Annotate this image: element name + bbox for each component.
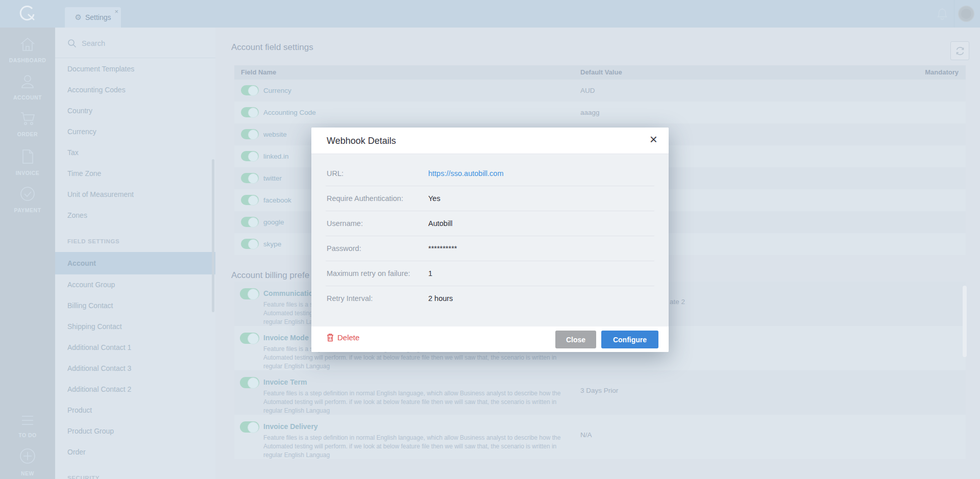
configure-button[interactable]: Configure xyxy=(601,331,658,348)
col-mandatory: Mandatory xyxy=(925,65,959,80)
row-label: Maximum retry on failure: xyxy=(327,269,410,278)
sidebar-item-account-group[interactable]: Account Group xyxy=(55,274,215,295)
search-icon xyxy=(67,39,77,48)
table-row: CurrencyAUD xyxy=(234,80,966,102)
field-value: aaagg xyxy=(580,102,600,123)
row-value: 2 hours xyxy=(428,294,453,302)
billing-value: ate 2 xyxy=(670,298,685,306)
check-circle-icon xyxy=(19,186,36,202)
billing-label: Communication xyxy=(263,289,317,297)
user-avatar[interactable] xyxy=(958,6,974,22)
bell-icon[interactable] xyxy=(936,8,948,21)
topbar-divider xyxy=(954,0,954,28)
toggle-invoice-delivery[interactable] xyxy=(240,421,259,433)
close-button[interactable]: Close xyxy=(555,331,596,348)
nav-account[interactable]: ACCOUNT xyxy=(0,74,55,100)
sidebar-item-order[interactable]: Order xyxy=(55,442,215,463)
sidebar-item-list: Document Templates Accounting Codes Coun… xyxy=(55,59,215,479)
toggle-google[interactable] xyxy=(241,217,259,227)
row-value: Autobill xyxy=(428,219,453,228)
sidebar-item-additional-contact-1[interactable]: Additional Contact 1 xyxy=(55,337,215,358)
row-value: 1 xyxy=(428,269,432,278)
row-label: URL: xyxy=(327,169,344,178)
app-logo-icon xyxy=(18,5,37,23)
toggle-facebook[interactable] xyxy=(241,195,259,205)
field-name: twitter xyxy=(263,167,282,189)
sidebar-item-country[interactable]: Country xyxy=(55,100,215,121)
tab-settings[interactable]: ⚙ Settings × xyxy=(65,7,121,28)
modal-row-retry-interval: Retry Interval: 2 hours xyxy=(326,286,654,311)
row-value: Yes xyxy=(428,194,440,203)
toggle-skype[interactable] xyxy=(241,239,259,249)
sidebar-item-product[interactable]: Product xyxy=(55,400,215,421)
sidebar-item-shipping-contact[interactable]: Shipping Contact xyxy=(55,316,215,337)
webhook-url-link[interactable]: https://sso.autobill.com xyxy=(428,169,504,178)
toggle-accounting-code[interactable] xyxy=(241,107,259,117)
billing-label: Invoice Mode xyxy=(263,334,309,342)
toggle-website[interactable] xyxy=(241,129,259,139)
nav-order[interactable]: ORDER xyxy=(0,111,55,137)
search-input[interactable] xyxy=(82,36,199,51)
close-icon[interactable]: × xyxy=(650,133,657,146)
sidebar-item-product-group[interactable]: Product Group xyxy=(55,421,215,442)
nav-new[interactable]: NEW xyxy=(0,447,55,476)
nav-dashboard-label: DASHBOARD xyxy=(0,57,55,63)
nav-dashboard[interactable]: DASHBOARD xyxy=(0,37,55,63)
nav-todo[interactable]: TO DO xyxy=(0,414,55,438)
tab-close-icon[interactable]: × xyxy=(114,8,118,15)
top-bar: ⚙ Settings × xyxy=(0,0,980,28)
sidebar-item-billing-contact[interactable]: Billing Contact xyxy=(55,295,215,316)
settings-sidebar: Document Templates Accounting Codes Coun… xyxy=(55,28,215,479)
field-name: website xyxy=(263,123,287,145)
modal-title: Webhook Details xyxy=(327,136,396,146)
col-field-name: Field Name xyxy=(241,65,276,80)
toggle-currency[interactable] xyxy=(241,85,259,95)
modal-footer: Delete Close Configure xyxy=(311,326,669,352)
field-name: google xyxy=(263,211,284,233)
sidebar-item-currency[interactable]: Currency xyxy=(55,121,215,142)
refresh-button[interactable] xyxy=(950,41,969,60)
row-label: Password: xyxy=(327,244,361,253)
trash-icon xyxy=(327,333,334,342)
nav-invoice[interactable]: INVOICE xyxy=(0,148,55,176)
row-label: Username: xyxy=(327,219,363,228)
toggle-invoice-mode[interactable] xyxy=(240,333,259,344)
toggle-communication[interactable] xyxy=(240,288,259,299)
menu-icon xyxy=(19,414,36,427)
sidebar-search xyxy=(55,35,215,58)
sidebar-item-accounting-codes[interactable]: Accounting Codes xyxy=(55,80,215,100)
plus-circle-icon xyxy=(18,447,37,465)
sidebar-item-unit-of-measurement[interactable]: Unit of Measurement xyxy=(55,184,215,205)
sidebar-item-account[interactable]: Account xyxy=(55,252,215,274)
field-name: Accounting Code xyxy=(263,102,316,123)
sidebar-item-zones[interactable]: Zones xyxy=(55,205,215,226)
home-icon xyxy=(19,37,36,52)
row-label: Retry Interval: xyxy=(327,294,373,302)
refresh-icon xyxy=(954,45,966,57)
billing-row: Invoice Delivery Feature files is a step… xyxy=(234,415,966,459)
modal-row-url: URL: https://sso.autobill.com xyxy=(326,161,654,186)
toggle-linkedin[interactable] xyxy=(241,151,259,161)
modal-body: URL: https://sso.autobill.com Require Au… xyxy=(311,155,669,326)
sidebar-item-tax[interactable]: Tax xyxy=(55,142,215,163)
delete-button[interactable]: Delete xyxy=(327,333,359,342)
page-title: Account field settings xyxy=(231,42,313,53)
sidebar-scrollbar[interactable] xyxy=(212,159,214,312)
table-header-row: Field Name Default Value Mandatory xyxy=(234,65,966,80)
billing-value: 3 Days Prior xyxy=(580,387,618,394)
tab-settings-label: Settings xyxy=(85,13,111,21)
sidebar-item-time-zone[interactable]: Time Zone xyxy=(55,163,215,184)
sidebar-item-additional-contact-3[interactable]: Additional Contact 3 xyxy=(55,358,215,379)
table-row: Accounting Codeaaagg xyxy=(234,102,966,123)
main-scrollbar[interactable] xyxy=(963,286,967,357)
sidebar-section-security: SECURITY xyxy=(55,468,215,479)
sidebar-item-document-templates[interactable]: Document Templates xyxy=(55,59,215,80)
modal-row-password: Password: ********** xyxy=(326,236,654,261)
toggle-invoice-term[interactable] xyxy=(240,377,259,388)
sidebar-item-additional-contact-2[interactable]: Additional Contact 2 xyxy=(55,379,215,400)
modal-row-max-retry: Maximum retry on failure: 1 xyxy=(326,261,654,286)
nav-payment[interactable]: PAYMENT xyxy=(0,186,55,213)
row-value: ********** xyxy=(428,244,457,253)
cart-icon xyxy=(19,111,36,126)
toggle-twitter[interactable] xyxy=(241,173,259,183)
